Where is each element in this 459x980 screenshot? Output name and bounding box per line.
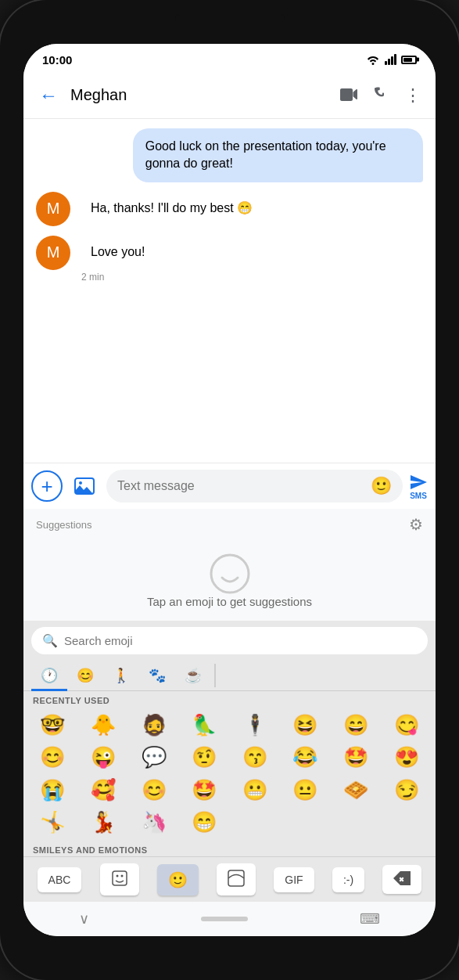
emoji-cartwheel[interactable]: 🤸 bbox=[28, 807, 77, 838]
gif-label: GIF bbox=[285, 874, 303, 886]
status-bar: 10:00 bbox=[23, 44, 436, 72]
received-bubble-content: Ha, thanks! I'll do my best 😁 bbox=[78, 192, 265, 225]
status-time: 10:00 bbox=[42, 53, 72, 67]
message-timestamp: 2 min bbox=[81, 272, 157, 283]
emoji-cry[interactable]: 😭 bbox=[28, 775, 77, 805]
sticker-button[interactable] bbox=[100, 863, 139, 895]
status-icons bbox=[366, 54, 417, 65]
emoji-love[interactable]: 🥰 bbox=[79, 775, 128, 805]
emoji-mode-icon: 🙂 bbox=[168, 871, 188, 888]
emoji-dancer[interactable]: 💃 bbox=[79, 807, 128, 838]
emoji-wink[interactable]: 😜 bbox=[79, 742, 128, 773]
sent-message-text: Good luck on the presentation today, you… bbox=[145, 139, 386, 170]
tab-people[interactable]: 🚶 bbox=[103, 661, 139, 690]
messages-area: Good luck on the presentation today, you… bbox=[23, 119, 436, 463]
send-sms-button[interactable]: SMS bbox=[409, 473, 428, 500]
suggestions-bar: Suggestions ⚙ bbox=[23, 509, 436, 540]
abc-label: ABC bbox=[48, 874, 71, 886]
backspace-icon bbox=[393, 871, 411, 885]
tab-smileys[interactable]: 😊 bbox=[67, 661, 103, 690]
emoji-happy[interactable]: 😄 bbox=[332, 710, 381, 740]
send-label: SMS bbox=[410, 492, 427, 500]
emoticon-label: :-) bbox=[343, 874, 353, 886]
message-input[interactable] bbox=[117, 479, 364, 493]
emoji-suit[interactable]: 🕴 bbox=[231, 710, 280, 740]
nav-back-button[interactable]: ∨ bbox=[79, 910, 89, 928]
phone-screen: 10:00 ← Meg bbox=[23, 44, 436, 936]
tab-animals[interactable]: 🐾 bbox=[139, 661, 175, 690]
back-button[interactable]: ← bbox=[33, 81, 64, 110]
received-bubble-2: Love you! bbox=[78, 236, 157, 268]
svg-point-5 bbox=[120, 875, 123, 877]
recently-used-grid: 🤓 🐥 🧔 🦜 🕴 😆 😄 😋 😊 😜 💬 🤨 😙 😂 🤩 😍 😭 🥰 😊 bbox=[23, 707, 436, 841]
sticker2-button[interactable] bbox=[217, 863, 256, 895]
svg-point-2 bbox=[211, 555, 249, 593]
received-message-1: M Ha, thanks! I'll do my best 😁 bbox=[36, 192, 423, 226]
emoji-smirk[interactable]: 😏 bbox=[382, 775, 431, 805]
emoji-search-row: 🔍 bbox=[23, 621, 436, 661]
emoji-raised-brow[interactable]: 🤨 bbox=[180, 742, 229, 773]
svg-point-4 bbox=[116, 875, 118, 877]
tab-food[interactable]: ☕ bbox=[175, 661, 211, 690]
notch bbox=[175, 14, 285, 22]
sticker-icon bbox=[111, 870, 128, 887]
nav-home-pill[interactable] bbox=[201, 917, 248, 921]
emoji-star-eyes[interactable]: 🤩 bbox=[332, 742, 381, 773]
smiley-placeholder bbox=[209, 553, 251, 595]
keyboard-bottom-bar: ABC 🙂 GIF :-) bbox=[23, 856, 436, 902]
emoji-parrot[interactable]: 🦜 bbox=[180, 710, 229, 740]
wifi-icon bbox=[366, 54, 380, 65]
add-button[interactable]: + bbox=[31, 470, 63, 502]
emoji-laugh[interactable]: 😆 bbox=[281, 710, 330, 740]
recently-used-label: RECENTLY USED bbox=[23, 691, 436, 707]
phone-call-button[interactable] bbox=[368, 81, 393, 110]
backspace-button[interactable] bbox=[382, 865, 421, 894]
sent-message-1: Good luck on the presentation today, you… bbox=[133, 128, 423, 182]
smileys-label: SMILEYS AND EMOTIONS bbox=[23, 841, 436, 856]
svg-point-1 bbox=[79, 481, 82, 485]
emoji-kiss[interactable]: 😙 bbox=[231, 742, 280, 773]
emoji-neutral[interactable]: 😐 bbox=[281, 775, 330, 805]
search-icon: 🔍 bbox=[42, 633, 58, 648]
abc-button[interactable]: ABC bbox=[38, 867, 82, 892]
nav-keyboard-button[interactable]: ⌨ bbox=[360, 910, 380, 928]
avatar-2: M bbox=[36, 236, 70, 270]
sticker2-icon bbox=[228, 870, 245, 887]
app-bar: ← Meghan ⋮ bbox=[23, 72, 436, 119]
emoji-beard[interactable]: 🧔 bbox=[129, 710, 178, 740]
emoji-grimace[interactable]: 😬 bbox=[231, 775, 280, 805]
emoji-yum[interactable]: 😋 bbox=[382, 710, 431, 740]
emoji-wow[interactable]: 🤩 bbox=[180, 775, 229, 805]
avatar: M bbox=[36, 192, 70, 226]
suggestions-content: Tap an emoji to get suggestions bbox=[23, 540, 436, 621]
app-bar-actions: ⋮ bbox=[335, 81, 426, 110]
emoji-grin[interactable]: 😁 bbox=[180, 807, 229, 838]
video-call-button[interactable] bbox=[335, 81, 362, 110]
tab-recent[interactable]: 🕐 bbox=[31, 661, 67, 690]
gif-button[interactable]: GIF bbox=[274, 867, 314, 892]
emoji-chick[interactable]: 🐥 bbox=[79, 710, 128, 740]
emoji-nerd[interactable]: 🤓 bbox=[28, 710, 77, 740]
received-message-2: M Love you! 2 min bbox=[36, 236, 423, 283]
emoticon-button[interactable]: :-) bbox=[332, 867, 364, 892]
emoji-waffle[interactable]: 🧇 bbox=[332, 775, 381, 805]
emoji-picker-button[interactable]: 🙂 bbox=[371, 476, 392, 496]
more-options-button[interactable]: ⋮ bbox=[400, 81, 426, 110]
suggestions-settings-button[interactable]: ⚙ bbox=[409, 515, 423, 534]
emoji-tears[interactable]: 😂 bbox=[281, 742, 330, 773]
suggestions-hint: Tap an emoji to get suggestions bbox=[147, 595, 312, 608]
text-input-wrap[interactable]: 🙂 bbox=[106, 470, 403, 503]
emoji-search-box[interactable]: 🔍 bbox=[31, 627, 428, 654]
phone-frame: 10:00 ← Meg bbox=[0, 0, 459, 980]
contact-name: Meghan bbox=[70, 86, 335, 104]
emoji-smile[interactable]: 😊 bbox=[28, 742, 77, 773]
emoji-mode-button[interactable]: 🙂 bbox=[157, 864, 199, 895]
media-button[interactable] bbox=[69, 470, 100, 502]
emoji-category-tabs: 🕐 😊 🚶 🐾 ☕ bbox=[23, 661, 436, 691]
received-bubble-content-2: Love you! 2 min bbox=[78, 236, 157, 283]
emoji-heart-eyes[interactable]: 😍 bbox=[382, 742, 431, 773]
emoji-search-input[interactable] bbox=[64, 634, 417, 647]
emoji-blush[interactable]: 😊 bbox=[129, 775, 178, 805]
emoji-unicorn[interactable]: 🦄 bbox=[129, 807, 178, 838]
emoji-speech[interactable]: 💬 bbox=[129, 742, 178, 773]
